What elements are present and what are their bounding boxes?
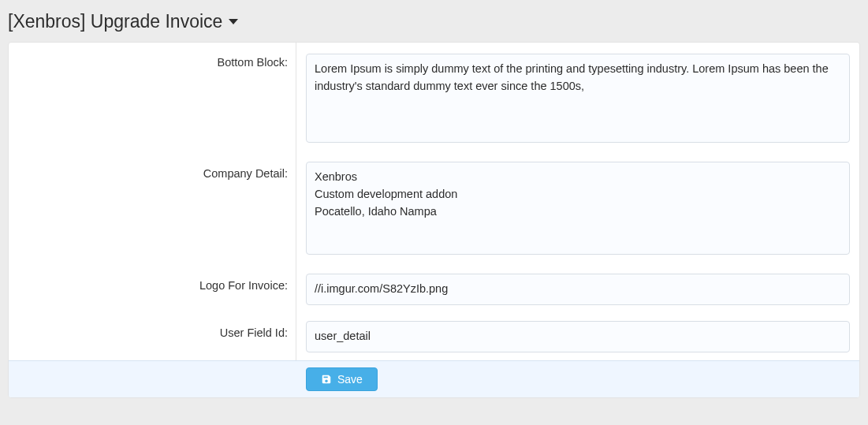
row-user-field-id: User Field Id: (9, 313, 859, 360)
logo-for-invoice-input[interactable] (306, 274, 850, 305)
row-logo-for-invoice: Logo For Invoice: (9, 266, 859, 313)
row-company-detail: Company Detail: (9, 154, 859, 266)
bottom-block-textarea[interactable] (306, 54, 850, 143)
user-field-id-input[interactable] (306, 321, 850, 352)
row-bottom-block: Bottom Block: (9, 43, 859, 154)
save-button[interactable]: Save (306, 367, 378, 391)
settings-panel: Bottom Block: Company Detail: Logo For I… (8, 42, 860, 398)
caret-down-icon (229, 19, 238, 24)
save-icon (321, 374, 332, 385)
form-footer: Save (9, 360, 859, 397)
label-company-detail: Company Detail: (9, 154, 296, 266)
page-title-text: [Xenbros] Upgrade Invoice (8, 11, 222, 32)
page-title-dropdown[interactable]: [Xenbros] Upgrade Invoice (0, 0, 868, 42)
label-user-field-id: User Field Id: (9, 313, 296, 360)
save-button-label: Save (337, 373, 363, 386)
company-detail-textarea[interactable] (306, 162, 850, 255)
form-body: Bottom Block: Company Detail: Logo For I… (9, 43, 859, 360)
label-logo-for-invoice: Logo For Invoice: (9, 266, 296, 313)
label-bottom-block: Bottom Block: (9, 43, 296, 154)
